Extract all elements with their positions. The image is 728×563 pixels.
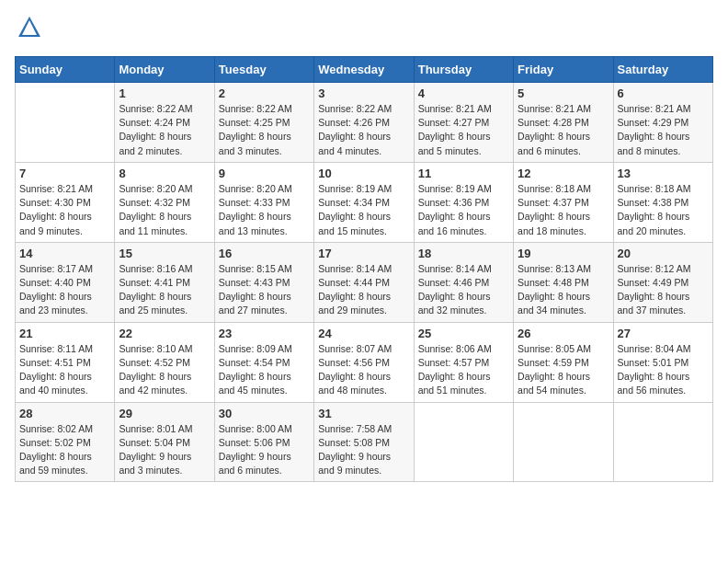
day-cell: 25Sunrise: 8:06 AM Sunset: 4:57 PM Dayli… — [414, 322, 513, 402]
day-cell: 15Sunrise: 8:16 AM Sunset: 4:41 PM Dayli… — [115, 242, 214, 322]
day-number: 24 — [318, 327, 409, 340]
day-info: Sunrise: 8:04 AM Sunset: 5:01 PM Dayligh… — [618, 342, 709, 398]
day-cell: 31Sunrise: 7:58 AM Sunset: 5:08 PM Dayli… — [314, 402, 414, 482]
day-cell: 29Sunrise: 8:01 AM Sunset: 5:04 PM Dayli… — [115, 402, 214, 482]
logo — [15, 15, 42, 45]
day-info: Sunrise: 8:14 AM Sunset: 4:46 PM Dayligh… — [418, 262, 509, 318]
day-cell: 7Sunrise: 8:21 AM Sunset: 4:30 PM Daylig… — [16, 162, 115, 242]
day-info: Sunrise: 8:20 AM Sunset: 4:32 PM Dayligh… — [119, 182, 210, 238]
day-number: 22 — [119, 327, 210, 340]
day-cell — [16, 83, 115, 163]
day-cell: 1Sunrise: 8:22 AM Sunset: 4:24 PM Daylig… — [115, 83, 214, 163]
day-cell — [414, 402, 513, 482]
day-cell: 17Sunrise: 8:14 AM Sunset: 4:44 PM Dayli… — [314, 242, 414, 322]
day-info: Sunrise: 8:18 AM Sunset: 4:38 PM Dayligh… — [618, 182, 709, 238]
header-friday: Friday — [514, 57, 613, 83]
day-info: Sunrise: 8:07 AM Sunset: 4:56 PM Dayligh… — [318, 342, 409, 398]
day-number: 12 — [518, 167, 609, 180]
day-cell: 4Sunrise: 8:21 AM Sunset: 4:27 PM Daylig… — [414, 83, 513, 163]
day-number: 20 — [618, 247, 709, 260]
logo-triangle-icon — [17, 15, 42, 40]
day-cell: 30Sunrise: 8:00 AM Sunset: 5:06 PM Dayli… — [214, 402, 313, 482]
day-number: 28 — [19, 407, 110, 420]
day-number: 15 — [119, 247, 210, 260]
day-cell: 9Sunrise: 8:20 AM Sunset: 4:33 PM Daylig… — [214, 162, 313, 242]
day-cell: 28Sunrise: 8:02 AM Sunset: 5:02 PM Dayli… — [16, 402, 115, 482]
day-cell: 22Sunrise: 8:10 AM Sunset: 4:52 PM Dayli… — [115, 322, 214, 402]
day-number: 26 — [518, 327, 609, 340]
logo-text — [15, 15, 42, 45]
day-cell: 23Sunrise: 8:09 AM Sunset: 4:54 PM Dayli… — [214, 322, 313, 402]
day-info: Sunrise: 8:22 AM Sunset: 4:25 PM Dayligh… — [219, 102, 310, 158]
day-info: Sunrise: 8:21 AM Sunset: 4:29 PM Dayligh… — [618, 102, 709, 158]
day-number: 5 — [518, 86, 609, 100]
day-info: Sunrise: 8:06 AM Sunset: 4:57 PM Dayligh… — [418, 342, 509, 398]
day-number: 27 — [618, 327, 709, 340]
day-number: 11 — [418, 167, 509, 180]
header-wednesday: Wednesday — [314, 57, 414, 83]
day-info: Sunrise: 8:01 AM Sunset: 5:04 PM Dayligh… — [119, 422, 210, 478]
day-cell: 3Sunrise: 8:22 AM Sunset: 4:26 PM Daylig… — [314, 83, 414, 163]
day-cell: 6Sunrise: 8:21 AM Sunset: 4:29 PM Daylig… — [613, 83, 712, 163]
day-number: 23 — [219, 327, 310, 340]
day-cell — [514, 402, 613, 482]
header-row: SundayMondayTuesdayWednesdayThursdayFrid… — [16, 57, 713, 83]
day-info: Sunrise: 8:21 AM Sunset: 4:28 PM Dayligh… — [518, 102, 609, 158]
day-number: 10 — [318, 167, 409, 180]
day-cell: 12Sunrise: 8:18 AM Sunset: 4:37 PM Dayli… — [514, 162, 613, 242]
day-cell: 18Sunrise: 8:14 AM Sunset: 4:46 PM Dayli… — [414, 242, 513, 322]
day-info: Sunrise: 8:11 AM Sunset: 4:51 PM Dayligh… — [19, 342, 110, 398]
day-info: Sunrise: 8:19 AM Sunset: 4:34 PM Dayligh… — [318, 182, 409, 238]
day-info: Sunrise: 8:05 AM Sunset: 4:59 PM Dayligh… — [518, 342, 609, 398]
day-number: 30 — [219, 407, 310, 420]
day-info: Sunrise: 8:14 AM Sunset: 4:44 PM Dayligh… — [318, 262, 409, 318]
day-cell: 13Sunrise: 8:18 AM Sunset: 4:38 PM Dayli… — [613, 162, 712, 242]
day-info: Sunrise: 8:09 AM Sunset: 4:54 PM Dayligh… — [219, 342, 310, 398]
day-info: Sunrise: 8:21 AM Sunset: 4:27 PM Dayligh… — [418, 102, 509, 158]
calendar-table: SundayMondayTuesdayWednesdayThursdayFrid… — [15, 56, 713, 482]
header-saturday: Saturday — [613, 57, 712, 83]
day-number: 3 — [318, 86, 409, 100]
day-cell: 5Sunrise: 8:21 AM Sunset: 4:28 PM Daylig… — [514, 83, 613, 163]
header-tuesday: Tuesday — [214, 57, 313, 83]
day-cell: 27Sunrise: 8:04 AM Sunset: 5:01 PM Dayli… — [613, 322, 712, 402]
day-info: Sunrise: 8:15 AM Sunset: 4:43 PM Dayligh… — [219, 262, 310, 318]
header-thursday: Thursday — [414, 57, 513, 83]
day-number: 9 — [219, 167, 310, 180]
day-cell: 16Sunrise: 8:15 AM Sunset: 4:43 PM Dayli… — [214, 242, 313, 322]
week-row-5: 28Sunrise: 8:02 AM Sunset: 5:02 PM Dayli… — [16, 402, 713, 482]
day-info: Sunrise: 8:10 AM Sunset: 4:52 PM Dayligh… — [119, 342, 210, 398]
day-number: 31 — [318, 407, 409, 420]
day-cell: 19Sunrise: 8:13 AM Sunset: 4:48 PM Dayli… — [514, 242, 613, 322]
day-cell: 26Sunrise: 8:05 AM Sunset: 4:59 PM Dayli… — [514, 322, 613, 402]
page-header — [15, 15, 713, 45]
day-info: Sunrise: 8:22 AM Sunset: 4:26 PM Dayligh… — [318, 102, 409, 158]
day-cell: 10Sunrise: 8:19 AM Sunset: 4:34 PM Dayli… — [314, 162, 414, 242]
day-info: Sunrise: 8:18 AM Sunset: 4:37 PM Dayligh… — [518, 182, 609, 238]
day-number: 1 — [119, 86, 210, 100]
week-row-2: 7Sunrise: 8:21 AM Sunset: 4:30 PM Daylig… — [16, 162, 713, 242]
day-cell: 24Sunrise: 8:07 AM Sunset: 4:56 PM Dayli… — [314, 322, 414, 402]
week-row-4: 21Sunrise: 8:11 AM Sunset: 4:51 PM Dayli… — [16, 322, 713, 402]
day-info: Sunrise: 8:16 AM Sunset: 4:41 PM Dayligh… — [119, 262, 210, 318]
day-info: Sunrise: 8:13 AM Sunset: 4:48 PM Dayligh… — [518, 262, 609, 318]
day-cell: 11Sunrise: 8:19 AM Sunset: 4:36 PM Dayli… — [414, 162, 513, 242]
day-info: Sunrise: 8:21 AM Sunset: 4:30 PM Dayligh… — [19, 182, 110, 238]
day-cell: 14Sunrise: 8:17 AM Sunset: 4:40 PM Dayli… — [16, 242, 115, 322]
day-info: Sunrise: 8:12 AM Sunset: 4:49 PM Dayligh… — [618, 262, 709, 318]
day-cell: 2Sunrise: 8:22 AM Sunset: 4:25 PM Daylig… — [214, 83, 313, 163]
day-info: Sunrise: 8:00 AM Sunset: 5:06 PM Dayligh… — [219, 422, 310, 478]
week-row-1: 1Sunrise: 8:22 AM Sunset: 4:24 PM Daylig… — [16, 83, 713, 163]
day-cell: 20Sunrise: 8:12 AM Sunset: 4:49 PM Dayli… — [613, 242, 712, 322]
header-sunday: Sunday — [16, 57, 115, 83]
day-number: 7 — [19, 167, 110, 180]
day-number: 17 — [318, 247, 409, 260]
header-monday: Monday — [115, 57, 214, 83]
day-info: Sunrise: 8:22 AM Sunset: 4:24 PM Dayligh… — [119, 102, 210, 158]
day-number: 19 — [518, 247, 609, 260]
week-row-3: 14Sunrise: 8:17 AM Sunset: 4:40 PM Dayli… — [16, 242, 713, 322]
day-info: Sunrise: 8:17 AM Sunset: 4:40 PM Dayligh… — [19, 262, 110, 318]
day-number: 13 — [618, 167, 709, 180]
day-number: 14 — [19, 247, 110, 260]
day-number: 2 — [219, 86, 310, 100]
